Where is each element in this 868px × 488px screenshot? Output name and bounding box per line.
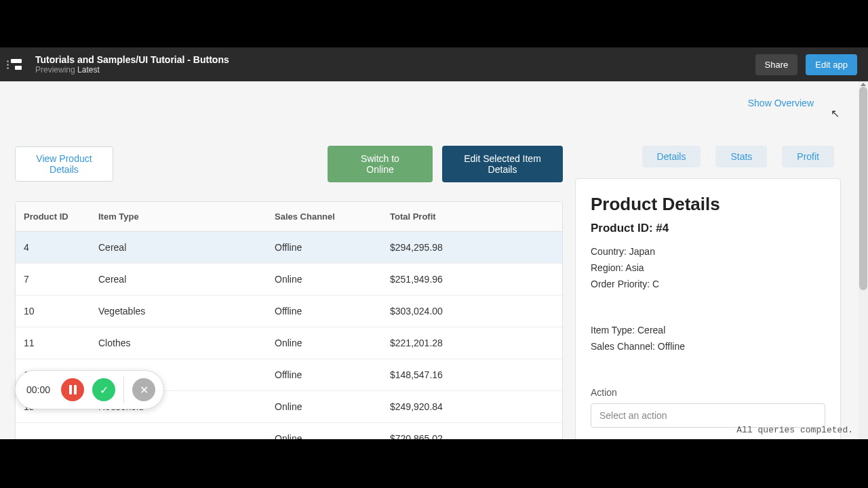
cell-sales-channel: Online xyxy=(267,423,382,439)
recorder-time: 00:00 xyxy=(26,384,50,395)
cell-item-type: Cereal xyxy=(90,232,267,263)
col-header-total-profit[interactable]: Total Profit xyxy=(382,202,562,231)
header-left: Tutorials and Samples/UI Tutorial - Butt… xyxy=(11,54,229,75)
cell-item-type: Clothes xyxy=(90,327,267,359)
letterbox-top xyxy=(0,0,868,47)
cell-product-id: 10 xyxy=(16,296,90,327)
cell-total-profit: $294,295.98 xyxy=(382,232,562,263)
action-select[interactable]: Select an action xyxy=(591,403,825,428)
recorder-close-button[interactable]: ✕ xyxy=(132,378,155,401)
table-row[interactable]: 7 Cereal Online $251,949.96 xyxy=(16,264,562,296)
cell-total-profit: $720,865.02 xyxy=(382,423,562,439)
show-overview-link[interactable]: Show Overview xyxy=(748,98,814,108)
cell-total-profit: $249,920.84 xyxy=(382,391,562,422)
cell-item-type: Cereal xyxy=(90,264,267,295)
app-content: Show Overview ↖ View Product Details Swi… xyxy=(0,81,868,439)
cell-sales-channel: Offline xyxy=(267,296,382,327)
status-message: All queries completed. xyxy=(736,425,853,435)
tab-stats[interactable]: Stats xyxy=(715,146,767,167)
right-column: Details Stats Profit Product Details Pro… xyxy=(575,146,841,439)
detail-item-type: Item Type: Cereal xyxy=(591,325,825,336)
detail-country: Country: Japan xyxy=(591,246,825,257)
preview-status: Previewing Latest xyxy=(35,65,229,75)
table-header: Product ID Item Type Sales Channel Total… xyxy=(16,202,562,232)
table-row[interactable]: 11 Clothes Online $221,201.28 xyxy=(16,327,562,359)
cell-product-id: 11 xyxy=(16,327,90,359)
recorder-overlay: 00:00 ✓ ✕ xyxy=(15,370,164,409)
tab-profit[interactable]: Profit xyxy=(782,146,834,167)
detail-sales-channel: Sales Channel: Offline xyxy=(591,341,825,352)
detail-tabs: Details Stats Profit xyxy=(575,146,841,167)
cell-item-type xyxy=(90,423,267,439)
table-row[interactable]: 4 Cereal Offline $294,295.98 xyxy=(16,232,562,264)
recorder-confirm-button[interactable]: ✓ xyxy=(92,378,115,401)
app-header: Tutorials and Samples/UI Tutorial - Butt… xyxy=(0,47,868,81)
detail-region: Region: Asia xyxy=(591,262,825,273)
details-heading: Product Details xyxy=(591,194,825,215)
detail-priority: Order Priority: C xyxy=(591,279,825,289)
edit-selected-item-button[interactable]: Edit Selected Item Details xyxy=(442,146,563,182)
cell-sales-channel: Online xyxy=(267,391,382,422)
header-right: Share Edit app xyxy=(755,54,857,75)
switch-to-online-button[interactable]: Switch to Online xyxy=(328,146,433,182)
cell-sales-channel: Online xyxy=(267,264,382,295)
select-placeholder: Select an action xyxy=(599,410,667,421)
action-label: Action xyxy=(591,387,825,398)
close-icon: ✕ xyxy=(140,384,149,396)
edit-app-button[interactable]: Edit app xyxy=(806,54,857,75)
cell-total-profit: $303,024.00 xyxy=(382,296,562,327)
cell-product-id: 7 xyxy=(16,264,90,295)
app-title: Tutorials and Samples/UI Tutorial - Butt… xyxy=(35,54,229,65)
recorder-pause-button[interactable] xyxy=(61,378,84,401)
product-details-card: Product Details Product ID: #4 Country: … xyxy=(575,178,841,439)
scroll-up-icon[interactable] xyxy=(861,83,866,86)
scrollbar[interactable] xyxy=(859,81,868,439)
product-id-label: Product ID: #4 xyxy=(591,222,825,235)
table-row[interactable]: Online $720,865.02 xyxy=(16,423,562,439)
tab-details[interactable]: Details xyxy=(642,146,701,167)
cell-total-profit: $221,201.28 xyxy=(382,327,562,359)
cell-total-profit: $148,547.16 xyxy=(382,359,562,390)
col-header-item-type[interactable]: Item Type xyxy=(90,202,267,231)
header-titles: Tutorials and Samples/UI Tutorial - Butt… xyxy=(35,54,229,75)
recorder-divider xyxy=(123,376,124,403)
table-row[interactable]: 10 Vegetables Offline $303,024.00 xyxy=(16,296,562,327)
cell-item-type: Vegetables xyxy=(90,296,267,327)
cell-total-profit: $251,949.96 xyxy=(382,264,562,295)
col-header-product-id[interactable]: Product ID xyxy=(16,202,90,231)
col-header-sales-channel[interactable]: Sales Channel xyxy=(267,202,382,231)
scrollbar-thumb[interactable] xyxy=(859,87,867,290)
check-icon: ✓ xyxy=(100,384,108,396)
app-logo-icon[interactable] xyxy=(11,56,27,73)
action-button-row: View Product Details Switch to Online Ed… xyxy=(15,146,563,182)
letterbox-bottom xyxy=(0,439,868,488)
share-button[interactable]: Share xyxy=(755,54,798,75)
pause-icon xyxy=(69,385,77,394)
cell-sales-channel: Online xyxy=(267,327,382,359)
cursor-icon: ↖ xyxy=(831,107,840,120)
cell-product-id xyxy=(16,423,90,439)
view-product-details-button[interactable]: View Product Details xyxy=(15,146,113,182)
cell-product-id: 4 xyxy=(16,232,90,263)
cell-sales-channel: Offline xyxy=(267,359,382,390)
cell-sales-channel: Offline xyxy=(267,232,382,263)
